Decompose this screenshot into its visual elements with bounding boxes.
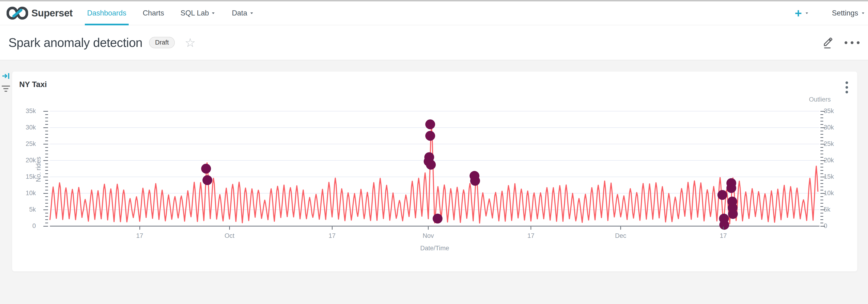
y-axis-tick-right <box>820 147 823 148</box>
dashboard-body: NY Taxi Outliers Date/Time No. rides 005… <box>0 60 868 304</box>
y-axis-tick-left <box>45 173 48 174</box>
superset-infinity-icon <box>6 6 28 20</box>
y-axis-tick-label-left: 10k <box>1 190 36 197</box>
x-axis-tick <box>332 227 333 230</box>
y-axis-tick-label-left: 0 <box>1 222 36 230</box>
y-axis-tick-right <box>820 131 823 131</box>
nav-item-label: Data <box>232 9 247 17</box>
y-axis-tick-right <box>820 226 825 227</box>
y-axis-tick-label-right: 10k <box>824 190 859 197</box>
x-axis-tick-label: 17 <box>121 232 158 240</box>
outlier-point[interactable] <box>433 214 442 224</box>
page-title: Spark anomaly detection <box>8 35 143 50</box>
superset-logo[interactable]: Superset <box>6 6 73 20</box>
y-axis-tick-right <box>820 150 823 151</box>
y-axis-tick-left <box>45 180 48 181</box>
y-axis-tick-left <box>45 167 48 167</box>
expand-filter-panel-icon[interactable] <box>2 73 10 80</box>
nav-item-charts[interactable]: Charts <box>141 1 165 25</box>
y-axis-tick-right <box>820 210 825 210</box>
y-axis-tick-left <box>45 190 48 191</box>
y-axis-tick-label-left: 5k <box>1 206 36 213</box>
nav-menu: Dashboards Charts SQL Lab Data <box>86 1 255 25</box>
filter-icon[interactable] <box>1 86 10 93</box>
y-axis-tick-left <box>45 137 48 138</box>
navbar: Superset Dashboards Charts SQL Lab Data … <box>0 1 868 25</box>
y-axis-tick-left <box>45 131 48 131</box>
y-axis-tick-right <box>820 190 823 191</box>
y-axis-tick-label-right: 35k <box>824 107 859 115</box>
y-axis-tick-right <box>820 196 823 197</box>
outlier-point[interactable] <box>726 183 736 193</box>
y-axis-tick-left <box>45 140 48 141</box>
y-axis-tick-label-left: 25k <box>1 140 36 147</box>
x-axis-title: Date/Time <box>400 245 470 252</box>
y-axis-tick-left <box>45 196 48 197</box>
nav-item-label: Charts <box>143 9 164 17</box>
new-button[interactable]: + <box>795 7 809 19</box>
dashboard-header: Spark anomaly detection Draft ☆ <box>0 25 868 60</box>
edit-pencil-icon[interactable] <box>823 36 833 49</box>
y-axis-tick-right <box>820 173 823 174</box>
chevron-down-icon <box>862 12 864 14</box>
y-axis-tick-left <box>45 150 48 151</box>
outlier-point[interactable] <box>728 209 738 219</box>
outlier-point[interactable] <box>470 176 480 186</box>
y-axis-tick-right <box>820 137 823 138</box>
right-axis-title: Outliers <box>809 96 831 103</box>
x-axis-tick <box>140 227 140 230</box>
y-axis-tick-right <box>820 124 823 125</box>
x-axis-tick-label: 17 <box>512 232 550 240</box>
more-options-icon[interactable] <box>844 41 860 44</box>
nav-item-data[interactable]: Data <box>230 1 255 25</box>
outlier-point[interactable] <box>425 119 435 129</box>
y-axis-tick-label-left: 15k <box>1 173 36 181</box>
y-axis-tick-label-right: 0 <box>824 222 859 230</box>
y-axis-tick-right <box>820 121 823 121</box>
timeseries-plot[interactable] <box>50 111 819 226</box>
settings-menu[interactable]: Settings <box>832 9 865 17</box>
y-axis-tick-left <box>43 144 48 144</box>
y-axis-tick-right <box>820 200 823 200</box>
y-axis-tick-left <box>45 183 48 184</box>
y-axis-tick-left <box>45 187 48 187</box>
y-axis-tick-left <box>45 154 48 154</box>
outlier-point[interactable] <box>201 164 211 173</box>
favorite-star-icon[interactable]: ☆ <box>185 36 196 49</box>
y-axis-tick-label-left: 35k <box>1 107 36 115</box>
x-axis-tick <box>531 227 531 230</box>
y-axis-tick-right <box>820 134 823 135</box>
y-axis-tick-left <box>45 164 48 164</box>
outlier-point[interactable] <box>425 131 435 141</box>
settings-label: Settings <box>832 9 858 17</box>
y-axis-tick-right <box>820 154 823 154</box>
y-axis-tick-right <box>820 128 825 128</box>
y-axis-tick-left <box>45 219 48 220</box>
y-axis-tick-left <box>45 170 48 171</box>
y-axis-tick-left <box>45 206 48 207</box>
y-axis-tick-left <box>45 114 48 115</box>
status-badge: Draft <box>149 37 175 48</box>
chevron-down-icon <box>250 12 253 14</box>
y-axis-tick-right <box>820 167 823 167</box>
y-axis-tick-right <box>820 111 825 112</box>
outlier-point[interactable] <box>719 220 729 230</box>
nav-item-dashboards[interactable]: Dashboards <box>86 1 128 25</box>
nav-item-sql-lab[interactable]: SQL Lab <box>179 1 217 25</box>
y-axis-tick-right <box>820 219 823 220</box>
y-axis-tick-left <box>45 124 48 125</box>
y-axis-tick-label-right: 20k <box>824 157 859 164</box>
nav-item-label: Dashboards <box>87 9 126 17</box>
outlier-point[interactable] <box>203 175 212 185</box>
y-axis-tick-right <box>820 216 823 217</box>
y-axis-tick-label-left: 20k <box>1 157 36 164</box>
y-axis-tick-left <box>43 111 48 112</box>
y-axis-tick-right <box>820 183 823 184</box>
y-axis-tick-left <box>45 134 48 135</box>
y-axis-tick-right <box>820 176 825 177</box>
outlier-point[interactable] <box>426 160 436 170</box>
outlier-point[interactable] <box>717 190 727 200</box>
y-axis-tick-left <box>45 223 48 223</box>
y-axis-tick-left <box>45 147 48 148</box>
y-axis-tick-left <box>45 121 48 121</box>
